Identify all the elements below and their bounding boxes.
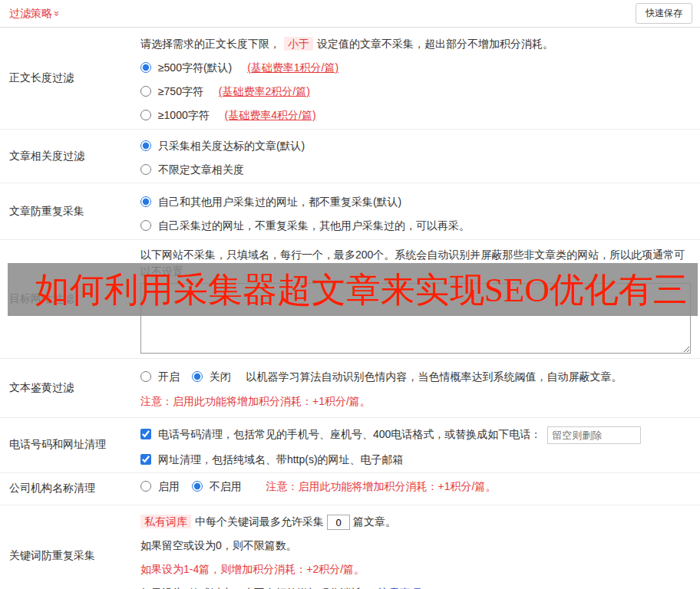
checkbox-option-phone-cleanup[interactable]: 电话号码清理，包括常见的手机号、座机号、400电话格式，或替换成如下电话： xyxy=(140,428,544,440)
quick-save-button[interactable]: 快速保存 xyxy=(636,3,692,24)
radio-option-porn-on[interactable]: 开启 xyxy=(140,370,183,383)
checkbox-phone-cleanup-input[interactable] xyxy=(140,429,151,439)
row-relevance-filter: 文章相关度过滤 只采集相关度达标的文章(默认) 不限定文章相关度 xyxy=(0,130,700,183)
radio-company-on-label: 启用 xyxy=(158,480,180,492)
keyword-note-cost: 如果设为1-4篇，则增加积分消耗：+2积分/篇。 xyxy=(140,561,691,577)
length-option-row-500: ≥500字符(默认) (基础费率1积分/篇) xyxy=(140,59,691,76)
keyword-dedup-content: 私有词库中每个关键词最多允许采集篇文章。 如果留空或设为0，则不限篇数。 如果设… xyxy=(140,505,700,589)
radio-option-750[interactable]: ≥750字符 xyxy=(140,85,206,97)
keyword-limit-text: 中每个关键词最多允许采集 xyxy=(195,515,324,528)
row-article-dedup: 文章防重复采集 自己和其他用户采集过的网址，都不重复采集(默认) 自己采集过的网… xyxy=(0,183,700,240)
radio-option-relevance-only[interactable]: 只采集相关度达标的文章(默认) xyxy=(140,140,305,152)
row-company-name-cleanup: 公司机构名称清理 启用 不启用 注意：启用此功能将增加积分消耗：+1积分/篇。 xyxy=(0,473,700,505)
fee-note-750: (基础费率2积分/篇) xyxy=(219,85,310,97)
radio-option-dedup-self[interactable]: 自己采集过的网址，不重复采集，其他用户采集过的，可以再采。 xyxy=(140,219,470,232)
radio-option-company-on[interactable]: 启用 xyxy=(140,480,183,492)
desc-highlight-less-than: 小于 xyxy=(284,37,313,51)
length-option-row-1000: ≥1000字符 (基础费率4积分/篇) xyxy=(140,107,691,123)
checkbox-option-url-cleanup[interactable]: 网址清理，包括纯域名、带http(s)的网址、电子邮箱 xyxy=(140,453,404,466)
keyword-limit-suffix: 篇文章。 xyxy=(353,515,396,528)
radio-500-input[interactable] xyxy=(140,62,151,73)
company-cleanup-content: 启用 不启用 注意：启用此功能将增加积分消耗：+1积分/篇。 xyxy=(140,473,700,505)
length-description: 请选择需求的正文长度下限，小于设定值的文章不采集，超出部分不增加积分消耗。 xyxy=(140,35,691,52)
article-dedup-content: 自己和其他用户采集过的网址，都不重复采集(默认) 自己采集过的网址，不重复采集，… xyxy=(140,183,700,239)
keyword-note-five-plus: 如果设为5篇或以上，也不会额外增加积分消耗。注意事项» xyxy=(140,584,691,589)
fee-note-1000: (基础费率4积分/篇) xyxy=(225,109,316,121)
radio-option-dedup-all[interactable]: 自己和其他用户采集过的网址，都不重复采集(默认) xyxy=(140,196,401,208)
radio-dedup-self-label: 自己采集过的网址，不重复采集，其他用户采集过的，可以再采。 xyxy=(158,219,470,232)
porn-filter-content: 开启 关闭 以机器学习算法自动识别色情内容，当色情概率达到系统阈值，自动屏蔽文章… xyxy=(140,359,700,417)
radio-porn-off-input[interactable] xyxy=(192,371,203,382)
radio-porn-off-label: 关闭 xyxy=(210,370,231,383)
length-option-row-750: ≥750字符 (基础费率2积分/篇) xyxy=(140,83,691,100)
body-length-filter-label: 正文长度过滤 xyxy=(0,28,140,129)
phone-cleanup-row: 电话号码清理，包括常见的手机号、座机号、400电话格式，或替换成如下电话： xyxy=(140,426,691,444)
radio-750-label: ≥750字符 xyxy=(158,85,203,97)
private-lexicon-highlight: 私有词库 xyxy=(140,515,191,528)
radio-500-label: ≥500字符(默认) xyxy=(158,61,232,74)
radio-dedup-all-label: 自己和其他用户采集过的网址，都不重复采集(默认) xyxy=(158,196,401,208)
row-keyword-dedup: 关键词防重复采集 私有词库中每个关键词最多允许采集篇文章。 如果留空或设为0，则… xyxy=(0,505,700,589)
row-porn-filter: 文本鉴黄过滤 开启 关闭 以机器学习算法自动识别色情内容，当色情概率达到系统阈值… xyxy=(0,359,700,418)
dedup-option-row-2: 自己采集过的网址，不重复采集，其他用户采集过的，可以再采。 xyxy=(140,217,691,234)
radio-option-relevance-any[interactable]: 不限定文章相关度 xyxy=(140,163,244,176)
radio-dedup-self-input[interactable] xyxy=(140,220,151,231)
radio-750-input[interactable] xyxy=(140,86,151,97)
company-cleanup-label: 公司机构名称清理 xyxy=(0,473,140,505)
url-cleanup-row: 网址清理，包括纯域名、带http(s)的网址、电子邮箱 xyxy=(140,451,691,468)
porn-cost-note: 注意：启用此功能将增加积分消耗：+1积分/篇。 xyxy=(140,393,691,410)
relevance-option-row-1: 只采集相关度达标的文章(默认) xyxy=(140,137,691,154)
row-body-length-filter: 正文长度过滤 请选择需求的正文长度下限，小于设定值的文章不采集，超出部分不增加积… xyxy=(0,28,700,130)
keyword-note-unlimited: 如果留空或设为0，则不限篇数。 xyxy=(140,537,691,554)
relevance-filter-label: 文章相关度过滤 xyxy=(0,130,140,183)
radio-1000-input[interactable] xyxy=(140,110,151,120)
row-phone-url-cleanup: 电话号码和网址清理 电话号码清理，包括常见的手机号、座机号、400电话格式，或替… xyxy=(0,418,700,473)
radio-option-500[interactable]: ≥500字符(默认) xyxy=(140,61,235,74)
watermark-banner: 如何利用采集器超文章来实现SEO优化有三 xyxy=(8,263,698,316)
radio-relevance-any-input[interactable] xyxy=(140,164,151,175)
radio-relevance-only-label: 只采集相关度达标的文章(默认) xyxy=(158,140,305,152)
radio-porn-on-label: 开启 xyxy=(158,370,180,383)
fee-note-500: (基础费率1积分/篇) xyxy=(247,61,338,74)
filter-strategy-toggle[interactable]: 过滤策略» xyxy=(9,7,60,21)
phone-replacement-input[interactable] xyxy=(547,426,641,444)
radio-option-1000[interactable]: ≥1000字符 xyxy=(140,109,213,121)
page-header: 过滤策略» 快速保存 xyxy=(0,0,700,28)
phone-url-cleanup-content: 电话号码清理，包括常见的手机号、座机号、400电话格式，或替换成如下电话： 网址… xyxy=(140,418,700,472)
watermark-text: 如何利用采集器超文章来实现SEO优化有三 xyxy=(35,267,688,313)
radio-dedup-all-input[interactable] xyxy=(140,196,151,207)
company-option-row: 启用 不启用 注意：启用此功能将增加积分消耗：+1积分/篇。 xyxy=(140,478,496,495)
radio-option-porn-off[interactable]: 关闭 xyxy=(192,370,234,383)
article-dedup-label: 文章防重复采集 xyxy=(0,183,140,239)
radio-company-off-label: 不启用 xyxy=(210,480,242,492)
radio-relevance-any-label: 不限定文章相关度 xyxy=(158,163,244,176)
porn-option-row: 开启 关闭 以机器学习算法自动识别色情内容，当色情概率达到系统阈值，自动屏蔽文章… xyxy=(140,368,691,385)
checkbox-phone-cleanup-label: 电话号码清理，包括常见的手机号、座机号、400电话格式，或替换成如下电话： xyxy=(158,428,541,440)
relevance-filter-content: 只采集相关度达标的文章(默认) 不限定文章相关度 xyxy=(140,130,700,183)
checkbox-url-cleanup-input[interactable] xyxy=(140,454,151,465)
body-length-filter-content: 请选择需求的正文长度下限，小于设定值的文章不采集，超出部分不增加积分消耗。 ≥5… xyxy=(140,28,700,129)
phone-url-cleanup-label: 电话号码和网址清理 xyxy=(0,418,140,472)
radio-company-off-input[interactable] xyxy=(192,481,203,492)
company-cost-note: 注意：启用此功能将增加积分消耗：+1积分/篇。 xyxy=(266,480,497,492)
checkbox-url-cleanup-label: 网址清理，包括纯域名、带http(s)的网址、电子邮箱 xyxy=(158,453,404,466)
keyword-dedup-label: 关键词防重复采集 xyxy=(0,505,140,589)
radio-company-on-input[interactable] xyxy=(140,481,151,492)
keyword-limit-row: 私有词库中每个关键词最多允许采集篇文章。 xyxy=(140,513,691,530)
desc-text-pre: 请选择需求的正文长度下限， xyxy=(140,38,280,50)
porn-filter-label: 文本鉴黄过滤 xyxy=(0,359,140,417)
radio-1000-label: ≥1000字符 xyxy=(158,109,210,121)
desc-text-post: 设定值的文章不采集，超出部分不增加积分消耗。 xyxy=(317,38,553,50)
radio-option-company-off[interactable]: 不启用 xyxy=(192,480,245,492)
page-title: 过滤策略 xyxy=(9,7,52,19)
keyword-limit-input[interactable] xyxy=(327,515,350,530)
radio-relevance-only-input[interactable] xyxy=(140,140,151,151)
relevance-option-row-2: 不限定文章相关度 xyxy=(140,161,691,178)
chevron-double-down-icon: » xyxy=(51,10,63,15)
radio-porn-on-input[interactable] xyxy=(140,371,151,382)
porn-description: 以机器学习算法自动识别色情内容，当色情概率达到系统阈值，自动屏蔽文章。 xyxy=(246,370,622,383)
dedup-option-row-1: 自己和其他用户采集过的网址，都不重复采集(默认) xyxy=(140,193,691,210)
